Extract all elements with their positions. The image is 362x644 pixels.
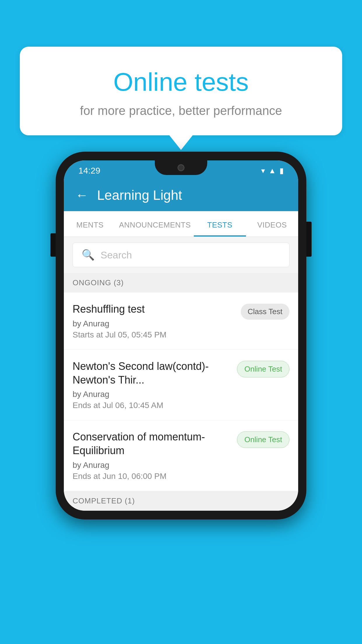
status-icons: ▾ ▲ ▮	[261, 166, 284, 175]
search-container: 🔍 Search	[64, 237, 298, 273]
notch-camera	[178, 164, 184, 171]
status-time: 14:29	[78, 166, 100, 176]
notch	[155, 160, 207, 175]
test-info-1: Reshuffling test by Anurag Starts at Jul…	[73, 302, 241, 340]
test-badge-1: Class Test	[241, 304, 289, 320]
completed-label: COMPLETED (1)	[73, 496, 135, 505]
speech-bubble-arrow	[169, 135, 193, 150]
test-date-1: Starts at Jul 05, 05:45 PM	[73, 330, 235, 340]
speech-bubble-title: Online tests	[37, 67, 325, 97]
test-badge-3: Online Test	[237, 431, 289, 448]
app-title: Learning Light	[97, 187, 182, 203]
test-date-3: Ends at Jun 10, 06:00 PM	[73, 472, 231, 481]
test-info-3: Conservation of momentum-Equilibrium by …	[73, 430, 237, 481]
test-title-2: Newton's Second law(contd)-Newton's Thir…	[73, 360, 231, 387]
speech-bubble-container: Online tests for more practice, better p…	[20, 47, 342, 150]
search-icon: 🔍	[82, 249, 95, 261]
test-author-3: by Anurag	[73, 461, 231, 470]
test-date-2: Ends at Jul 06, 10:45 AM	[73, 401, 231, 410]
ongoing-label: ONGOING (3)	[73, 278, 124, 287]
test-item-1[interactable]: Reshuffling test by Anurag Starts at Jul…	[64, 293, 298, 350]
signal-icon: ▲	[268, 166, 276, 175]
ongoing-section-header: ONGOING (3)	[64, 273, 298, 293]
phone-outer: 14:29 ▾ ▲ ▮ ← Learning Light MENTS ANNOU…	[56, 152, 306, 519]
phone-wrapper: 14:29 ▾ ▲ ▮ ← Learning Light MENTS ANNOU…	[56, 152, 306, 519]
tab-announcements[interactable]: ANNOUNCEMENTS	[116, 211, 194, 237]
test-title-3: Conservation of momentum-Equilibrium	[73, 430, 231, 458]
app-header: ← Learning Light	[64, 179, 298, 211]
test-badge-2: Online Test	[237, 361, 289, 377]
phone-screen: 14:29 ▾ ▲ ▮ ← Learning Light MENTS ANNOU…	[64, 160, 298, 511]
test-item-2[interactable]: Newton's Second law(contd)-Newton's Thir…	[64, 350, 298, 421]
wifi-icon: ▾	[261, 166, 265, 175]
completed-section: COMPLETED (1)	[64, 491, 298, 511]
back-button[interactable]: ←	[75, 188, 88, 202]
test-item-3[interactable]: Conservation of momentum-Equilibrium by …	[64, 420, 298, 491]
tab-videos[interactable]: VIDEOS	[246, 211, 298, 237]
search-box[interactable]: 🔍 Search	[73, 243, 289, 267]
status-bar: 14:29 ▾ ▲ ▮	[64, 160, 298, 179]
battery-icon: ▮	[280, 166, 284, 175]
speech-bubble-subtitle: for more practice, better performance	[37, 104, 325, 118]
tab-tests[interactable]: TESTS	[194, 211, 246, 237]
test-author-1: by Anurag	[73, 319, 235, 328]
tab-ments[interactable]: MENTS	[64, 211, 116, 237]
test-title-1: Reshuffling test	[73, 302, 235, 316]
test-info-2: Newton's Second law(contd)-Newton's Thir…	[73, 360, 237, 410]
test-author-2: by Anurag	[73, 390, 231, 399]
tabs-container: MENTS ANNOUNCEMENTS TESTS VIDEOS	[64, 211, 298, 237]
search-placeholder: Search	[101, 249, 132, 261]
speech-bubble: Online tests for more practice, better p…	[20, 47, 342, 135]
